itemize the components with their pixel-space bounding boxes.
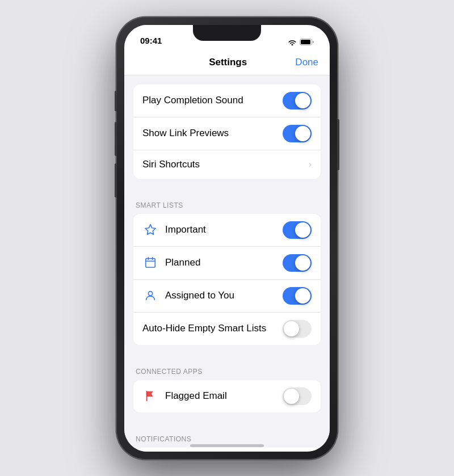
- play-completion-sound-label: Play Completion Sound: [142, 95, 283, 106]
- show-link-previews-toggle[interactable]: [283, 125, 312, 142]
- power-button[interactable]: [337, 119, 339, 170]
- connected-apps-section: CONNECTED APPS Flagged Email: [124, 356, 330, 412]
- notifications-group: Reminders Shared List Activity: [133, 448, 321, 452]
- auto-hide-label: Auto-Hide Empty Smart Lists: [142, 323, 283, 334]
- star-icon: [142, 222, 158, 238]
- top-spacer: [124, 75, 330, 85]
- assigned-to-you-label: Assigned to You: [165, 290, 283, 301]
- toggle-knob-6: [284, 321, 299, 336]
- toggle-knob-5: [295, 288, 310, 304]
- smart-lists-section: SMART LISTS Important: [124, 190, 330, 345]
- smart-lists-group: Important: [133, 214, 321, 345]
- toggle-knob-4: [295, 255, 310, 271]
- reminders-item: Reminders: [133, 448, 321, 452]
- status-icons: [288, 39, 314, 45]
- flagged-email-label: Flagged Email: [165, 390, 283, 402]
- person-icon: [142, 288, 158, 304]
- nav-bar: Settings Done: [124, 50, 330, 75]
- flagged-email-item: Flagged Email: [133, 380, 321, 412]
- phone-screen: 09:41: [124, 25, 330, 452]
- show-link-previews-item: Show Link Previews: [133, 117, 321, 150]
- status-bar: 09:41: [124, 25, 330, 50]
- nav-title: Settings: [161, 57, 295, 68]
- screen-inner: 09:41: [124, 25, 330, 452]
- siri-shortcuts-item[interactable]: Siri Shortcuts ›: [133, 150, 321, 179]
- notch: [193, 25, 261, 41]
- siri-shortcuts-chevron-icon: ›: [309, 159, 312, 170]
- connected-apps-group: Flagged Email: [133, 380, 321, 412]
- volume-down-button[interactable]: [115, 163, 117, 197]
- general-section-group: Play Completion Sound Show Link Previews…: [133, 85, 321, 179]
- settings-content: Play Completion Sound Show Link Previews…: [124, 75, 330, 452]
- assigned-to-you-toggle[interactable]: [283, 287, 312, 305]
- wifi-icon: [288, 39, 297, 45]
- planned-label: Planned: [165, 257, 283, 268]
- toggle-knob: [295, 93, 310, 108]
- smart-lists-header: SMART LISTS: [124, 190, 330, 214]
- show-link-previews-label: Show Link Previews: [142, 128, 283, 139]
- toggle-knob-7: [284, 389, 299, 404]
- calendar-icon: [142, 255, 158, 271]
- notifications-section: NOTIFICATIONS Reminders Shared List Acti…: [124, 424, 330, 452]
- svg-rect-1: [301, 40, 310, 44]
- svg-point-3: [148, 292, 152, 296]
- status-time: 09:41: [140, 36, 162, 45]
- battery-icon: [300, 39, 314, 45]
- done-button[interactable]: Done: [295, 57, 318, 68]
- important-item: Important: [133, 214, 321, 247]
- planned-toggle[interactable]: [283, 254, 312, 272]
- assigned-to-you-item: Assigned to You: [133, 280, 321, 313]
- home-indicator: [190, 444, 264, 447]
- phone-wrapper: 09:41: [116, 17, 338, 460]
- important-toggle[interactable]: [283, 221, 312, 239]
- siri-shortcuts-label: Siri Shortcuts: [142, 159, 309, 170]
- toggle-knob-2: [295, 126, 310, 141]
- important-label: Important: [165, 224, 283, 235]
- connected-apps-header: CONNECTED APPS: [124, 356, 330, 380]
- auto-hide-item: Auto-Hide Empty Smart Lists: [133, 313, 321, 345]
- mute-button[interactable]: [115, 91, 117, 111]
- auto-hide-toggle[interactable]: [283, 320, 312, 338]
- play-completion-sound-toggle[interactable]: [283, 92, 312, 109]
- toggle-knob-3: [295, 222, 310, 238]
- planned-item: Planned: [133, 247, 321, 280]
- volume-up-button[interactable]: [115, 122, 117, 156]
- svg-rect-2: [146, 259, 155, 268]
- flagged-email-toggle[interactable]: [283, 387, 312, 405]
- play-completion-sound-item: Play Completion Sound: [133, 85, 321, 117]
- flag-icon: [142, 388, 158, 404]
